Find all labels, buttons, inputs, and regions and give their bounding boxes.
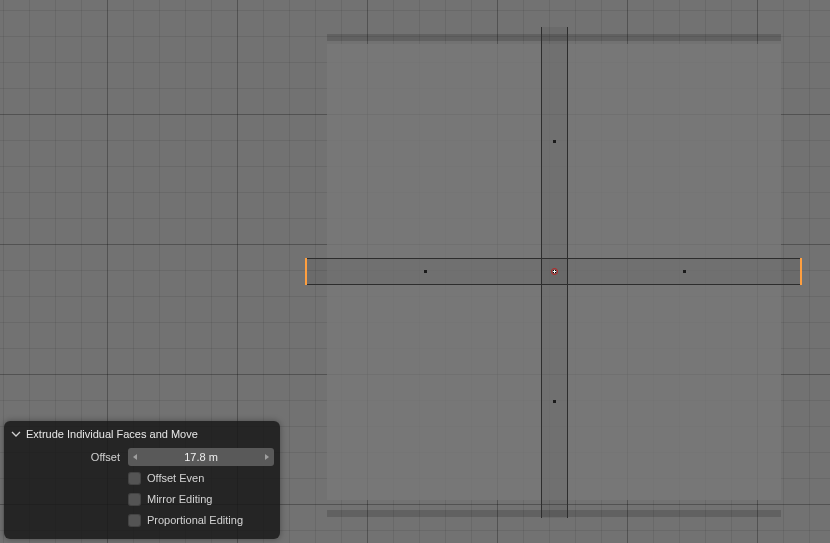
offset-even-label: Offset Even [147, 472, 204, 484]
proportional-editing-label: Proportional Editing [147, 514, 243, 526]
offset-value: 17.8 m [184, 451, 218, 463]
mirror-editing-checkbox[interactable] [128, 493, 141, 506]
mirror-editing-label: Mirror Editing [147, 493, 212, 505]
chevron-down-icon [10, 428, 22, 440]
offset-field[interactable]: 17.8 m [128, 448, 274, 466]
panel-header[interactable]: Extrude Individual Faces and Move [10, 425, 274, 446]
offset-even-checkbox[interactable] [128, 472, 141, 485]
adjust-last-operation-panel[interactable]: Extrude Individual Faces and Move Offset… [4, 421, 280, 539]
panel-title: Extrude Individual Faces and Move [26, 428, 198, 440]
proportional-editing-checkbox[interactable] [128, 514, 141, 527]
offset-label: Offset [10, 451, 128, 463]
